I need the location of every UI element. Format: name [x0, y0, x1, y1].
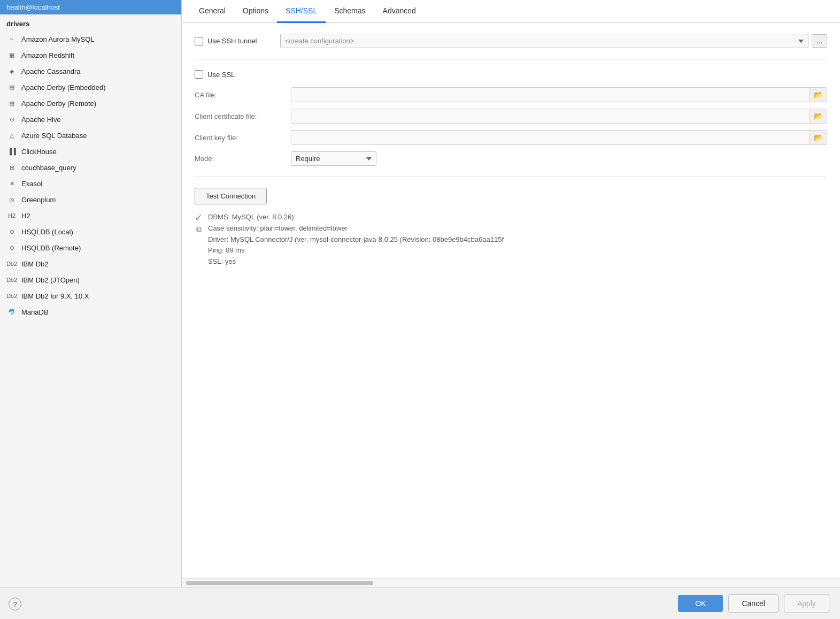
- tab-general[interactable]: General: [190, 0, 234, 23]
- ok-button[interactable]: OK: [678, 595, 723, 612]
- client-cert-browse-btn[interactable]: 📂: [810, 109, 827, 123]
- driver-icon: ◈: [6, 66, 17, 77]
- folder-icon: 📂: [814, 90, 823, 99]
- sidebar: health@localhost drivers ~ Amazon Aurora…: [0, 0, 182, 587]
- folder-icon-2: 📂: [814, 112, 823, 120]
- test-connection-button[interactable]: Test Connection: [195, 188, 267, 204]
- ca-file-browse-btn[interactable]: 📂: [810, 88, 827, 102]
- sidebar-item[interactable]: Db2 IBM Db2 (JTOpen): [0, 272, 181, 288]
- sidebar-item[interactable]: ◈ Apache Cassandra: [0, 63, 181, 79]
- connection-results: ✓ ⧉ DBMS: MySQL (ver. 8.0.26) Case sensi…: [195, 212, 827, 268]
- use-ssl-label[interactable]: Use SSL: [195, 70, 280, 79]
- driver-label: IBM Db2 (JTOpen): [21, 276, 80, 284]
- driver-label: Apache Hive: [21, 116, 61, 124]
- folder-icon-3: 📂: [814, 133, 823, 142]
- driver-label: Amazon Redshift: [21, 51, 74, 59]
- result-line-3: Driver: MySQL Connector/J (ver. mysql-co…: [208, 234, 504, 246]
- driver-icon: ~: [6, 34, 17, 44]
- sidebar-item[interactable]: Db2 IBM Db2: [0, 256, 181, 272]
- content-area: GeneralOptionsSSH/SSLSchemasAdvanced Use…: [182, 0, 840, 587]
- driver-icon: ▤: [6, 82, 17, 93]
- driver-label: IBM Db2: [21, 260, 49, 268]
- driver-icon: Db2: [6, 291, 17, 301]
- sidebar-item[interactable]: ✕ Exasol: [0, 175, 181, 192]
- client-key-row: Client key file: 📂: [195, 130, 827, 145]
- client-cert-label: Client certificate file:: [195, 112, 291, 120]
- apply-button[interactable]: Apply: [784, 594, 829, 613]
- client-cert-input[interactable]: [291, 110, 810, 123]
- ca-file-input-container: 📂: [291, 87, 827, 102]
- tab-options[interactable]: Options: [234, 0, 277, 23]
- sidebar-item[interactable]: ▤ Apache Derby (Embedded): [0, 79, 181, 95]
- horizontal-scrollbar[interactable]: [182, 578, 840, 587]
- result-icons: ✓ ⧉: [195, 212, 203, 268]
- drivers-list: ~ Amazon Aurora MySQL ▦ Amazon Redshift …: [0, 31, 181, 587]
- driver-icon: Db2: [6, 258, 17, 269]
- divider-1: [195, 59, 827, 59]
- scroll-thumb[interactable]: [186, 581, 373, 585]
- sidebar-item[interactable]: ⊙ HSQLDB (Remote): [0, 240, 181, 256]
- driver-label: H2: [21, 212, 30, 220]
- ssh-ellipsis-button[interactable]: ...: [812, 34, 827, 48]
- sidebar-item[interactable]: ~ Amazon Aurora MySQL: [0, 31, 181, 47]
- sidebar-item[interactable]: H2 H2: [0, 208, 181, 224]
- sidebar-item[interactable]: 🐬 MariaDB: [0, 304, 181, 320]
- driver-icon: H2: [6, 210, 17, 221]
- driver-icon: ▦: [6, 50, 17, 60]
- ssh-tunnel-checkbox[interactable]: [195, 37, 203, 45]
- ca-file-input[interactable]: [291, 88, 810, 102]
- driver-label: MariaDB: [21, 308, 49, 316]
- ca-file-row: CA file: 📂: [195, 87, 827, 102]
- driver-label: Azure SQL Database: [21, 132, 87, 140]
- mode-select[interactable]: Require: [291, 151, 376, 166]
- tabs-bar: GeneralOptionsSSH/SSLSchemasAdvanced: [182, 0, 840, 23]
- mode-row: Mode: Require: [195, 151, 827, 166]
- sidebar-item[interactable]: ⊙ HSQLDB (Local): [0, 224, 181, 240]
- tab-content: Use SSH tunnel <create configuration> ..…: [182, 23, 840, 578]
- driver-icon: ▐▐: [6, 146, 17, 157]
- sidebar-header: health@localhost: [0, 0, 181, 14]
- sidebar-item[interactable]: ⊞ couchbase_query: [0, 159, 181, 175]
- tab-ssh-ssl[interactable]: SSH/SSL: [277, 0, 326, 23]
- client-key-browse-btn[interactable]: 📂: [810, 131, 827, 144]
- sidebar-item[interactable]: ▦ Amazon Redshift: [0, 47, 181, 63]
- driver-label: ClickHouse: [21, 148, 57, 156]
- driver-label: Greenplum: [21, 196, 56, 204]
- client-key-input[interactable]: [291, 131, 810, 144]
- driver-label: HSQLDB (Remote): [21, 244, 81, 252]
- ssh-tunnel-label[interactable]: Use SSH tunnel: [195, 37, 280, 45]
- sidebar-item[interactable]: ▐▐ ClickHouse: [0, 143, 181, 159]
- use-ssl-checkbox[interactable]: [195, 70, 203, 79]
- use-ssl-text: Use SSL: [207, 71, 235, 79]
- driver-icon: ▤: [6, 98, 17, 109]
- client-cert-row: Client certificate file: 📂: [195, 109, 827, 124]
- sidebar-item[interactable]: ⊙ Apache Hive: [0, 111, 181, 127]
- ssh-dropdown-container: <create configuration> ...: [280, 34, 827, 48]
- check-icon: ✓: [195, 213, 203, 223]
- test-connection-section: Test Connection ✓ ⧉ DBMS: MySQL (ver. 8.…: [195, 188, 827, 268]
- sidebar-item[interactable]: ◎ Greenplum: [0, 192, 181, 208]
- driver-label: Amazon Aurora MySQL: [21, 35, 95, 43]
- driver-label: HSQLDB (Local): [21, 228, 73, 236]
- use-ssl-row: Use SSL: [195, 70, 827, 79]
- bottom-bar: ? OK Cancel Apply: [0, 587, 840, 619]
- ca-file-label: CA file:: [195, 91, 291, 99]
- driver-label: couchbase_query: [21, 164, 76, 172]
- client-cert-input-container: 📂: [291, 109, 827, 124]
- driver-icon: ◎: [6, 194, 17, 205]
- tab-schemas[interactable]: Schemas: [326, 0, 374, 23]
- divider-2: [195, 177, 827, 177]
- cancel-button[interactable]: Cancel: [728, 594, 779, 613]
- sidebar-item[interactable]: ▤ Apache Derby (Remote): [0, 95, 181, 111]
- driver-icon: Db2: [6, 274, 17, 285]
- ssh-config-select[interactable]: <create configuration>: [280, 34, 808, 48]
- tab-advanced[interactable]: Advanced: [374, 0, 425, 23]
- driver-icon: 🐬: [6, 307, 17, 317]
- help-button[interactable]: ?: [9, 598, 21, 610]
- sidebar-item[interactable]: Db2 IBM Db2 for 9.X, 10.X: [0, 288, 181, 304]
- driver-label: Exasol: [21, 180, 42, 188]
- sidebar-item[interactable]: △ Azure SQL Database: [0, 127, 181, 143]
- ssh-tunnel-text: Use SSH tunnel: [207, 37, 257, 45]
- ssl-section: Use SSL CA file: 📂 Client certificate: [195, 70, 827, 166]
- copy-icon: ⧉: [196, 225, 202, 234]
